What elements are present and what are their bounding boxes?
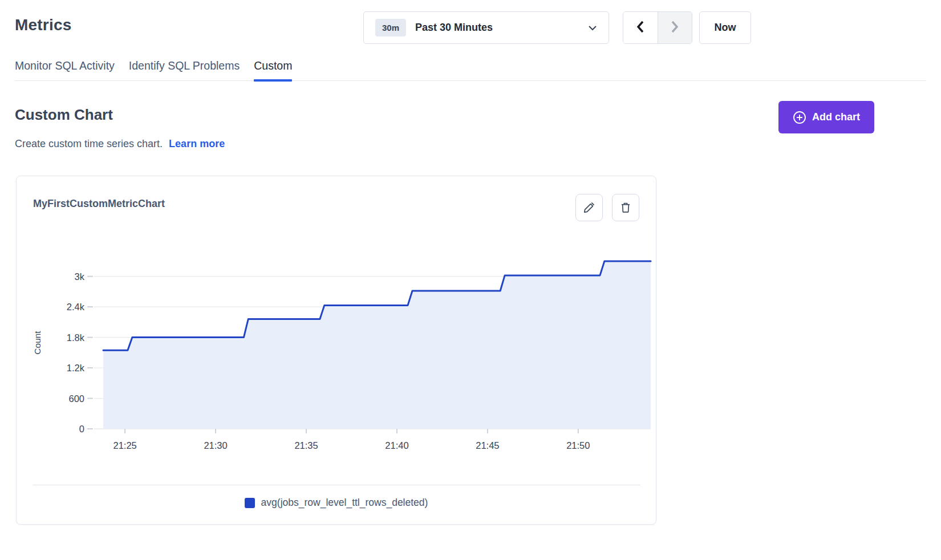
- section-description: Create custom time series chart. Learn m…: [15, 138, 225, 150]
- custom-chart-plot[interactable]: 06001.2k1.8k2.4k3k21:2521:3021:3521:4021…: [23, 245, 654, 457]
- tab-identify-sql-problems[interactable]: Identify SQL Problems: [129, 57, 240, 80]
- y-tick-label: 3k: [75, 271, 85, 282]
- series-area: [103, 261, 651, 429]
- y-tick-label: 1.2k: [67, 363, 85, 373]
- chart-plot-area[interactable]: 06001.2k1.8k2.4k3k21:2521:3021:3521:4021…: [23, 245, 654, 457]
- x-tick-label: 21:35: [294, 440, 318, 451]
- y-tick-label: 600: [68, 393, 84, 404]
- add-chart-button[interactable]: Add chart: [778, 101, 874, 133]
- chevron-right-icon: [671, 20, 679, 35]
- y-tick-label: 2.4k: [67, 302, 85, 312]
- custom-chart-card: MyFirstCustomMetricChart 06001.2k1.8k2.4…: [16, 176, 656, 525]
- tab-custom[interactable]: Custom: [254, 57, 292, 80]
- metrics-page: Metrics 30m Past 30 Minutes Now Monitor …: [0, 0, 941, 560]
- edit-chart-button[interactable]: [575, 194, 603, 221]
- chart-legend: avg(jobs_row_level_ttl_rows_deleted): [17, 497, 656, 509]
- legend-label: avg(jobs_row_level_ttl_rows_deleted): [261, 497, 428, 509]
- y-axis-label: Count: [33, 331, 42, 355]
- legend-swatch: [245, 498, 255, 508]
- x-tick-label: 21:40: [385, 440, 408, 451]
- tab-monitor-sql-activity[interactable]: Monitor SQL Activity: [15, 57, 115, 80]
- time-range-dropdown[interactable]: 30m Past 30 Minutes: [363, 11, 609, 44]
- time-range-badge: 30m: [375, 19, 406, 36]
- section-title: Custom Chart: [15, 106, 113, 124]
- y-tick-label: 1.8k: [67, 332, 85, 343]
- y-tick-label: 0: [79, 424, 84, 434]
- learn-more-link[interactable]: Learn more: [169, 138, 225, 149]
- legend-item[interactable]: avg(jobs_row_level_ttl_rows_deleted): [245, 497, 428, 509]
- previous-time-button[interactable]: [623, 12, 658, 43]
- now-button[interactable]: Now: [699, 11, 751, 44]
- section-description-text: Create custom time series chart.: [15, 138, 163, 149]
- x-tick-label: 21:45: [476, 440, 499, 451]
- card-divider: [33, 485, 640, 485]
- time-range-label: Past 30 Minutes: [415, 22, 493, 34]
- chart-title: MyFirstCustomMetricChart: [33, 198, 165, 210]
- x-tick-label: 21:50: [566, 440, 590, 451]
- pencil-icon: [583, 201, 595, 214]
- chevron-left-icon: [636, 20, 644, 35]
- time-pager: [623, 11, 692, 44]
- trash-icon: [619, 201, 632, 214]
- metrics-tabs: Monitor SQL Activity Identify SQL Proble…: [15, 57, 926, 81]
- x-tick-label: 21:30: [204, 440, 227, 451]
- x-tick-label: 21:25: [113, 440, 136, 451]
- plus-circle-icon: [793, 111, 806, 124]
- next-time-button[interactable]: [658, 12, 692, 43]
- page-title: Metrics: [15, 16, 71, 34]
- chevron-down-icon: [588, 23, 597, 33]
- delete-chart-button[interactable]: [612, 194, 639, 221]
- add-chart-label: Add chart: [812, 111, 860, 123]
